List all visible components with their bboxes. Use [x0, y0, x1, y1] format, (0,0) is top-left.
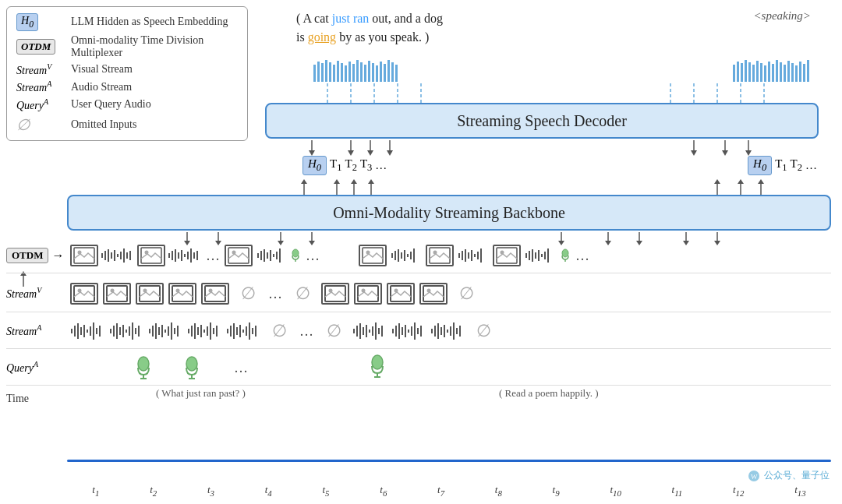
sa-phi-2: ∅	[320, 320, 348, 342]
svg-rect-12	[360, 62, 363, 82]
time-t1: t1	[92, 484, 99, 498]
svg-rect-234	[213, 328, 214, 334]
svg-rect-36	[787, 61, 790, 82]
svg-rect-160	[471, 250, 472, 261]
time-labels: t1 t2 t3 t4 t5 t6 t7 t8 t9 t10 t11 t12 t…	[67, 484, 831, 498]
sv-img-2	[103, 283, 131, 305]
svg-rect-170	[538, 250, 540, 261]
svg-rect-21	[395, 65, 398, 82]
svg-rect-259	[402, 327, 403, 335]
svg-rect-35	[784, 65, 786, 82]
query-text-left: ( What just ran past? )	[156, 387, 246, 400]
svg-rect-257	[395, 326, 397, 337]
svg-marker-65	[348, 150, 354, 156]
svg-marker-69	[387, 150, 393, 156]
otdm-cell-5	[426, 245, 490, 266]
svg-rect-227	[191, 326, 193, 337]
svg-rect-23	[737, 62, 739, 82]
svg-rect-28	[756, 61, 759, 82]
svg-rect-112	[108, 249, 109, 262]
highlight-just-ran: just ran	[332, 12, 370, 25]
svg-rect-25	[745, 60, 747, 82]
otdm-row: OTDM →	[6, 240, 831, 271]
time-t4: t4	[265, 484, 272, 498]
t2-right: T2	[791, 157, 802, 174]
svg-rect-146	[391, 253, 393, 258]
audio-icon-otdm-4	[388, 245, 423, 266]
svg-rect-122	[168, 253, 170, 258]
svg-rect-258	[398, 323, 400, 339]
divider-3	[6, 348, 831, 349]
otdm-cell-2	[137, 245, 201, 266]
svg-rect-264	[417, 328, 419, 334]
svg-rect-17	[380, 62, 382, 82]
svg-marker-73	[722, 150, 728, 156]
svg-rect-148	[398, 249, 399, 262]
svg-rect-163	[480, 248, 482, 263]
svg-rect-1	[317, 62, 320, 82]
legend-item-streama: StreamA Audio Stream	[16, 79, 238, 94]
svg-rect-15	[372, 63, 374, 82]
svg-rect-249	[363, 327, 364, 335]
qa-mic-3	[370, 354, 385, 381]
legend-querya-desc: User Query Audio	[71, 98, 151, 111]
svg-rect-225	[177, 326, 179, 337]
svg-rect-40	[803, 64, 805, 82]
sa-dots: …	[299, 323, 313, 340]
svg-marker-85	[714, 179, 720, 184]
svg-rect-114	[114, 250, 115, 261]
svg-rect-252	[372, 326, 373, 336]
svg-rect-214	[135, 328, 136, 334]
legend-otdm-desc: Omni-modality Time Division Multiplexer	[71, 34, 238, 59]
svg-marker-67	[367, 150, 373, 156]
svg-rect-30	[764, 65, 766, 82]
sv-img-6	[321, 283, 349, 305]
svg-rect-140	[276, 252, 278, 259]
svg-rect-262	[411, 326, 412, 336]
svg-rect-240	[239, 325, 241, 337]
sa-audio-6	[352, 320, 387, 342]
query-text-right: ( Read a poem happily. )	[499, 387, 599, 400]
watermark: W 公众号、量子位	[748, 469, 830, 482]
svg-rect-168	[532, 249, 533, 262]
svg-rect-260	[405, 325, 406, 337]
query-a-row: QueryA …	[6, 351, 831, 385]
svg-rect-153	[413, 248, 415, 263]
svg-rect-20	[391, 62, 394, 82]
svg-rect-151	[407, 254, 409, 257]
top-sentence: ( A cat just ran out, and a dog is going…	[296, 9, 443, 47]
svg-rect-231	[203, 330, 205, 333]
sv-img-8	[387, 283, 415, 305]
sa-audio-5	[226, 320, 260, 342]
svg-rect-135	[260, 251, 262, 260]
svg-rect-127	[184, 254, 186, 257]
svg-rect-222	[168, 326, 169, 336]
tokens-right: H0 T1 T2 …	[748, 156, 817, 175]
svg-rect-207	[113, 326, 115, 337]
svg-rect-251	[369, 330, 370, 333]
backbone-box: Omni-Modality Streaming Backbone	[67, 195, 831, 231]
t2-left: T2	[345, 157, 357, 174]
otdm-cell-6	[493, 245, 557, 266]
sv-phi-1: ∅	[234, 283, 262, 305]
svg-point-142	[292, 249, 299, 257]
svg-rect-250	[366, 325, 367, 337]
svg-rect-173	[547, 248, 549, 263]
svg-marker-177	[20, 271, 27, 276]
svg-marker-71	[691, 150, 697, 156]
svg-rect-169	[535, 252, 536, 259]
svg-rect-26	[748, 62, 751, 82]
svg-rect-29	[760, 63, 762, 82]
sv-img-3	[136, 283, 164, 305]
svg-rect-233	[210, 322, 211, 340]
svg-rect-18	[384, 64, 386, 82]
t1-right: T1	[775, 157, 787, 174]
backbone-label: Omni-Modality Streaming Backbone	[333, 204, 565, 222]
legend-h0-desc: LLM Hidden as Speech Embedding	[71, 16, 228, 28]
svg-rect-172	[544, 252, 546, 259]
divider-2	[6, 312, 831, 312]
svg-point-282	[372, 355, 383, 369]
query-a-label: QueryA	[6, 361, 70, 375]
legend-item-otdm: OTDM Omni-modality Time Division Multipl…	[16, 34, 238, 59]
svg-rect-39	[799, 62, 801, 82]
